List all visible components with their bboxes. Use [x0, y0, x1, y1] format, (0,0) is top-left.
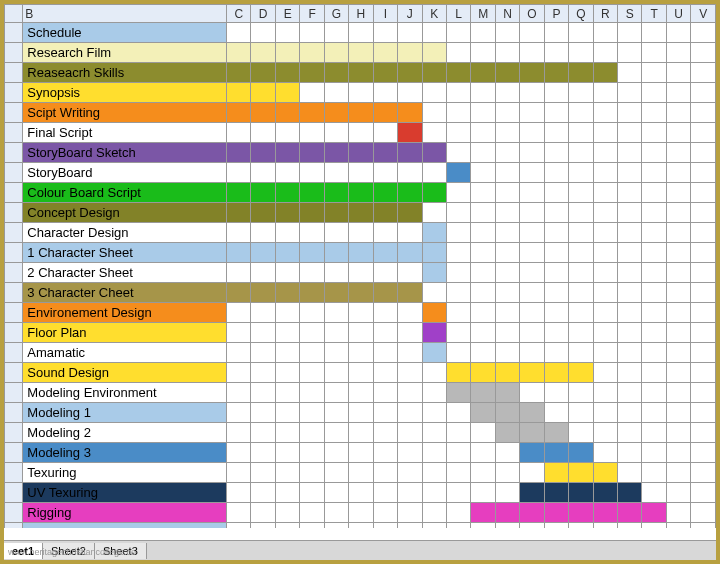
- grid-cell[interactable]: [471, 23, 495, 43]
- grid-cell[interactable]: [642, 483, 666, 503]
- grid-cell[interactable]: [642, 303, 666, 323]
- grid-cell[interactable]: [593, 423, 617, 443]
- grid-cell[interactable]: [251, 143, 275, 163]
- task-label[interactable]: Character Design: [23, 223, 227, 243]
- row-header[interactable]: [5, 463, 23, 483]
- grid-cell[interactable]: [398, 183, 422, 203]
- grid-cell[interactable]: [544, 303, 568, 323]
- grid-cell[interactable]: [446, 83, 470, 103]
- grid-cell[interactable]: [227, 323, 251, 343]
- grid-cell[interactable]: [373, 63, 397, 83]
- grid-cell[interactable]: [593, 243, 617, 263]
- grid-cell[interactable]: [471, 323, 495, 343]
- grid-cell[interactable]: [666, 203, 690, 223]
- grid-cell[interactable]: [324, 183, 348, 203]
- grid-cell[interactable]: [544, 223, 568, 243]
- grid-cell[interactable]: [324, 423, 348, 443]
- grid-cell[interactable]: [691, 303, 716, 323]
- grid-cell[interactable]: [618, 23, 642, 43]
- grid-cell[interactable]: [520, 483, 544, 503]
- grid-cell[interactable]: [373, 343, 397, 363]
- grid-cell[interactable]: [251, 303, 275, 323]
- grid-cell[interactable]: [275, 443, 299, 463]
- grid-cell[interactable]: [520, 63, 544, 83]
- grid-cell[interactable]: [666, 303, 690, 323]
- grid-cell[interactable]: [520, 183, 544, 203]
- grid-cell[interactable]: [324, 23, 348, 43]
- grid-cell[interactable]: [691, 483, 716, 503]
- task-label[interactable]: Modeling 2: [23, 423, 227, 443]
- grid-cell[interactable]: [471, 283, 495, 303]
- grid-cell[interactable]: [373, 83, 397, 103]
- grid-cell[interactable]: [593, 123, 617, 143]
- grid-cell[interactable]: [666, 23, 690, 43]
- grid-cell[interactable]: [593, 343, 617, 363]
- grid-cell[interactable]: [275, 223, 299, 243]
- grid-cell[interactable]: [349, 283, 373, 303]
- grid-cell[interactable]: [691, 83, 716, 103]
- grid-cell[interactable]: [618, 383, 642, 403]
- row-header[interactable]: [5, 423, 23, 443]
- grid-cell[interactable]: [666, 503, 690, 523]
- grid-cell[interactable]: [544, 283, 568, 303]
- grid-cell[interactable]: [446, 203, 470, 223]
- grid-cell[interactable]: [642, 43, 666, 63]
- grid-cell[interactable]: [300, 523, 324, 529]
- grid-cell[interactable]: [544, 503, 568, 523]
- column-header[interactable]: V: [691, 5, 716, 23]
- grid-cell[interactable]: [251, 343, 275, 363]
- grid-cell[interactable]: [324, 303, 348, 323]
- grid-cell[interactable]: [569, 183, 593, 203]
- grid-cell[interactable]: [275, 183, 299, 203]
- grid-cell[interactable]: [691, 523, 716, 529]
- grid-cell[interactable]: [569, 323, 593, 343]
- grid-cell[interactable]: [349, 183, 373, 203]
- grid-cell[interactable]: [691, 223, 716, 243]
- grid-cell[interactable]: [349, 363, 373, 383]
- column-header[interactable]: R: [593, 5, 617, 23]
- grid-cell[interactable]: [642, 143, 666, 163]
- grid-cell[interactable]: [446, 483, 470, 503]
- grid-cell[interactable]: [422, 503, 446, 523]
- grid-cell[interactable]: [446, 243, 470, 263]
- grid-cell[interactable]: [349, 503, 373, 523]
- grid-cell[interactable]: [495, 283, 519, 303]
- column-header[interactable]: G: [324, 5, 348, 23]
- grid-cell[interactable]: [300, 283, 324, 303]
- grid-cell[interactable]: [520, 143, 544, 163]
- grid-cell[interactable]: [691, 503, 716, 523]
- grid-cell[interactable]: [373, 223, 397, 243]
- grid-cell[interactable]: [251, 283, 275, 303]
- grid-cell[interactable]: [569, 403, 593, 423]
- grid-cell[interactable]: [593, 163, 617, 183]
- grid-cell[interactable]: [275, 483, 299, 503]
- grid-cell[interactable]: [251, 103, 275, 123]
- column-header[interactable]: B: [23, 5, 227, 23]
- row-header[interactable]: [5, 243, 23, 263]
- grid-cell[interactable]: [471, 423, 495, 443]
- grid-cell[interactable]: [422, 183, 446, 203]
- grid-cell[interactable]: [618, 463, 642, 483]
- grid-cell[interactable]: [642, 363, 666, 383]
- grid-cell[interactable]: [227, 183, 251, 203]
- grid-cell[interactable]: [446, 443, 470, 463]
- grid-cell[interactable]: [471, 463, 495, 483]
- grid-cell[interactable]: [349, 23, 373, 43]
- task-label[interactable]: Amamatic: [23, 343, 227, 363]
- grid-cell[interactable]: [666, 63, 690, 83]
- task-label[interactable]: Synopsis: [23, 83, 227, 103]
- grid-cell[interactable]: [520, 423, 544, 443]
- grid-cell[interactable]: [544, 483, 568, 503]
- grid-cell[interactable]: [618, 43, 642, 63]
- grid-cell[interactable]: [251, 483, 275, 503]
- grid-cell[interactable]: [666, 43, 690, 63]
- grid-cell[interactable]: [275, 83, 299, 103]
- task-label[interactable]: Schedule: [23, 23, 227, 43]
- grid-cell[interactable]: [275, 123, 299, 143]
- grid-cell[interactable]: [398, 403, 422, 423]
- grid-cell[interactable]: [520, 283, 544, 303]
- grid-cell[interactable]: [618, 503, 642, 523]
- grid-cell[interactable]: [422, 123, 446, 143]
- grid-cell[interactable]: [666, 443, 690, 463]
- grid-cell[interactable]: [324, 223, 348, 243]
